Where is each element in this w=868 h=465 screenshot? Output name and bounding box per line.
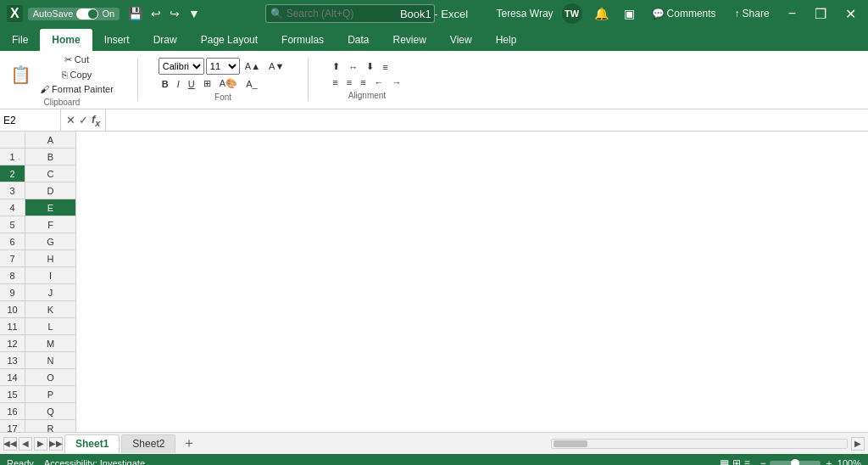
italic-button[interactable]: I bbox=[174, 77, 183, 91]
col-header-N[interactable]: N bbox=[25, 352, 76, 369]
scroll-right-sheet-button[interactable]: ▶ bbox=[851, 437, 865, 451]
accessibility-status[interactable]: Accessibility: Investigate bbox=[44, 458, 145, 465]
horizontal-scrollbar[interactable] bbox=[551, 439, 848, 449]
copy-button[interactable]: ⎘ Copy bbox=[36, 68, 117, 81]
row-header-16[interactable]: 16 bbox=[0, 403, 25, 420]
share-button[interactable]: ↑ Share bbox=[730, 6, 775, 21]
row-header-3[interactable]: 3 bbox=[0, 182, 25, 199]
formula-input[interactable] bbox=[106, 109, 868, 131]
page-break-view-button[interactable]: ≡ bbox=[744, 457, 750, 465]
fill-color-button[interactable]: A🎨 bbox=[216, 76, 241, 91]
comments-button[interactable]: 💬 Comments bbox=[647, 6, 721, 21]
page-layout-view-button[interactable]: ⊞ bbox=[732, 457, 741, 465]
tab-review[interactable]: Review bbox=[381, 29, 437, 51]
indent-increase-button[interactable]: → bbox=[389, 76, 405, 89]
fontsize-select[interactable]: 11 bbox=[206, 58, 240, 75]
border-button[interactable]: ⊞ bbox=[200, 76, 214, 91]
tab-page-layout[interactable]: Page Layout bbox=[189, 29, 270, 51]
tab-insert[interactable]: Insert bbox=[92, 29, 142, 51]
row-header-14[interactable]: 14 bbox=[0, 369, 25, 386]
col-header-D[interactable]: D bbox=[25, 182, 76, 199]
col-header-J[interactable]: J bbox=[25, 284, 76, 301]
col-header-A[interactable]: A bbox=[25, 132, 76, 148]
font-select[interactable]: Calibri bbox=[159, 58, 204, 75]
col-header-P[interactable]: P bbox=[25, 386, 76, 403]
wrap-text-button[interactable]: ≡ bbox=[379, 60, 391, 74]
align-top-button[interactable]: ⬆ bbox=[329, 59, 343, 74]
scroll-prev-button[interactable]: ◀ bbox=[19, 437, 32, 451]
notifications-icon[interactable]: 🔔 bbox=[591, 5, 612, 22]
row-header-2[interactable]: 2 bbox=[0, 165, 25, 182]
name-box[interactable]: E2 bbox=[0, 109, 61, 131]
col-header-I[interactable]: I bbox=[25, 267, 76, 284]
bold-button[interactable]: B bbox=[159, 77, 172, 91]
col-header-K[interactable]: K bbox=[25, 301, 76, 318]
tab-view[interactable]: View bbox=[438, 29, 484, 51]
tab-draw[interactable]: Draw bbox=[142, 29, 189, 51]
minimize-button[interactable]: − bbox=[783, 4, 801, 23]
col-header-H[interactable]: H bbox=[25, 250, 76, 267]
align-right-button[interactable]: ≡ bbox=[357, 76, 369, 89]
col-header-L[interactable]: L bbox=[25, 318, 76, 335]
align-bottom-button[interactable]: ⬇ bbox=[363, 59, 377, 74]
shrink-font-button[interactable]: A▼ bbox=[265, 59, 287, 73]
row-header-8[interactable]: 8 bbox=[0, 267, 25, 284]
ribbon-toggle-icon[interactable]: ▣ bbox=[620, 5, 638, 22]
col-header-E[interactable]: E bbox=[25, 199, 76, 216]
zoom-in-button[interactable]: ＋ bbox=[824, 457, 834, 466]
align-middle-button[interactable]: ↔ bbox=[345, 60, 361, 74]
row-header-5[interactable]: 5 bbox=[0, 216, 25, 233]
add-sheet-button[interactable]: ＋ bbox=[177, 434, 201, 452]
align-center-button[interactable]: ≡ bbox=[343, 76, 355, 89]
scroll-next-button[interactable]: ▶ bbox=[34, 437, 47, 451]
zoom-out-button[interactable]: − bbox=[760, 457, 766, 465]
scroll-left-button[interactable]: ◀◀ bbox=[3, 437, 17, 451]
col-header-B[interactable]: B bbox=[25, 148, 76, 165]
col-header-G[interactable]: G bbox=[25, 233, 76, 250]
font-color-button[interactable]: A_ bbox=[242, 77, 260, 91]
row-header-17[interactable]: 17 bbox=[0, 420, 25, 432]
row-header-11[interactable]: 11 bbox=[0, 318, 25, 335]
undo-icon[interactable]: ↩ bbox=[147, 5, 164, 22]
format-painter-button[interactable]: 🖌 Format Painter bbox=[36, 82, 117, 96]
row-header-1[interactable]: 1 bbox=[0, 148, 25, 165]
row-header-12[interactable]: 12 bbox=[0, 335, 25, 352]
row-header-15[interactable]: 15 bbox=[0, 386, 25, 403]
underline-button[interactable]: U bbox=[185, 77, 198, 91]
insert-function-button[interactable]: fx bbox=[92, 113, 100, 128]
col-header-Q[interactable]: Q bbox=[25, 403, 76, 420]
scroll-right-button[interactable]: ▶▶ bbox=[49, 437, 63, 451]
customize-icon[interactable]: ▼ bbox=[185, 5, 203, 22]
cut-button[interactable]: ✂ Cut bbox=[36, 53, 117, 67]
tab-file[interactable]: File bbox=[0, 29, 40, 51]
indent-decrease-button[interactable]: ← bbox=[371, 76, 387, 89]
normal-view-button[interactable]: ▦ bbox=[720, 457, 729, 465]
paste-button[interactable]: 📋 bbox=[7, 63, 35, 87]
cancel-formula-button[interactable]: ✕ bbox=[66, 114, 75, 126]
col-header-M[interactable]: M bbox=[25, 335, 76, 352]
grow-font-button[interactable]: A▲ bbox=[242, 59, 264, 73]
row-header-9[interactable]: 9 bbox=[0, 284, 25, 301]
col-header-R[interactable]: R bbox=[25, 420, 76, 432]
autosave-toggle[interactable] bbox=[76, 8, 98, 20]
row-header-6[interactable]: 6 bbox=[0, 233, 25, 250]
tab-help[interactable]: Help bbox=[484, 29, 529, 51]
col-header-O[interactable]: O bbox=[25, 369, 76, 386]
sheet-tab-sheet1[interactable]: Sheet1 bbox=[64, 434, 120, 453]
row-header-4[interactable]: 4 bbox=[0, 199, 25, 216]
confirm-formula-button[interactable]: ✓ bbox=[79, 114, 88, 126]
col-header-F[interactable]: F bbox=[25, 216, 76, 233]
zoom-slider[interactable] bbox=[770, 461, 821, 465]
row-header-13[interactable]: 13 bbox=[0, 352, 25, 369]
align-left-button[interactable]: ≡ bbox=[329, 76, 341, 89]
col-header-C[interactable]: C bbox=[25, 165, 76, 182]
restore-button[interactable]: ❐ bbox=[810, 4, 832, 24]
row-header-10[interactable]: 10 bbox=[0, 301, 25, 318]
row-header-7[interactable]: 7 bbox=[0, 250, 25, 267]
redo-icon[interactable]: ↪ bbox=[166, 5, 183, 22]
save-icon[interactable]: 💾 bbox=[125, 5, 146, 22]
sheet-tab-sheet2[interactable]: Sheet2 bbox=[121, 434, 175, 453]
tab-home[interactable]: Home bbox=[40, 29, 92, 51]
tab-formulas[interactable]: Formulas bbox=[270, 29, 336, 51]
close-button[interactable]: ✕ bbox=[840, 4, 861, 24]
